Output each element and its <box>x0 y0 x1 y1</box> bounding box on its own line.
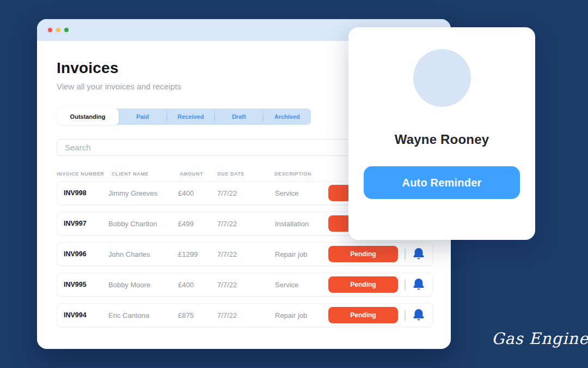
gas-engineer-logo: Gas EngineerS <box>492 329 588 348</box>
invoice-amount: £499 <box>178 220 217 228</box>
invoice-number: INV996 <box>64 250 108 258</box>
gas-engineer-logo-text: Gas Engineer <box>492 329 588 348</box>
page-subtitle: View all your invoices and receipts <box>57 82 181 91</box>
invoice-number: INV995 <box>64 281 108 288</box>
table-row: INV996 John Charles £1299 7/7/22 Repair … <box>57 242 433 266</box>
reminder-bell-icon[interactable] <box>412 309 425 322</box>
row-divider <box>405 279 406 291</box>
due-date: 7/7/22 <box>217 311 275 319</box>
invoice-number: INV998 <box>64 189 108 197</box>
client-name: Jimmy Greeves <box>108 189 178 197</box>
invoice-description: Repair job <box>275 311 328 319</box>
invoice-amount: £400 <box>178 281 217 289</box>
invoice-description: Repair job <box>275 250 328 258</box>
invoice-description: Installation <box>275 220 328 228</box>
due-date: 7/7/22 <box>217 281 275 289</box>
invoice-description: Service <box>275 281 328 289</box>
reminder-bell-icon[interactable] <box>412 248 425 261</box>
client-name: Bobby Charlton <box>108 220 178 228</box>
reminder-bell-icon[interactable] <box>412 278 425 291</box>
minimize-window-icon[interactable] <box>56 28 60 32</box>
tab-archived[interactable]: Archived <box>264 108 311 125</box>
tab-received[interactable]: Received <box>167 108 215 125</box>
table-row: INV995 Bobby Moore £400 7/7/22 Service P… <box>57 273 433 297</box>
tab-outstanding[interactable]: Outstanding <box>57 108 119 125</box>
table-row: INV994 Eric Cantona £875 7/7/22 Repair j… <box>57 303 433 327</box>
invoice-amount: £875 <box>178 311 217 319</box>
client-profile-card: Wayne Rooney Auto Reminder <box>348 27 535 240</box>
invoice-number: INV994 <box>64 311 108 319</box>
client-name: Bobby Moore <box>108 281 178 289</box>
close-window-icon[interactable] <box>48 28 52 32</box>
auto-reminder-button[interactable]: Auto Reminder <box>364 166 520 199</box>
promo-background: Invoices View all your invoices and rece… <box>0 0 588 368</box>
client-name: Eric Cantona <box>108 311 178 319</box>
maximize-window-icon[interactable] <box>64 28 69 32</box>
invoice-description: Service <box>275 189 328 197</box>
status-badge[interactable]: Pending <box>328 246 398 262</box>
due-date: 7/7/22 <box>217 189 275 197</box>
status-badge[interactable]: Pending <box>328 276 398 293</box>
column-header-due-date: DUE DATE <box>217 171 274 177</box>
column-header-invoice-number: INVOICE NUMBER <box>57 171 112 177</box>
tab-paid[interactable]: Paid <box>119 108 167 125</box>
column-header-amount: AMOUNT <box>180 171 217 177</box>
row-divider <box>405 310 406 321</box>
due-date: 7/7/22 <box>217 220 275 228</box>
client-name-heading: Wayne Rooney <box>348 132 535 147</box>
due-date: 7/7/22 <box>217 250 275 258</box>
page-title: Invoices <box>57 59 119 77</box>
invoice-amount: £1299 <box>178 250 217 258</box>
invoice-number: INV997 <box>64 220 108 227</box>
avatar <box>413 49 471 107</box>
invoice-filter-tabs: Outstanding Paid Received Draft Archived <box>57 108 311 125</box>
client-name: John Charles <box>108 250 178 258</box>
tab-draft[interactable]: Draft <box>215 108 263 125</box>
row-divider <box>405 249 406 260</box>
column-header-client-name: CLIENT NAME <box>112 171 180 177</box>
status-badge[interactable]: Pending <box>328 307 398 323</box>
invoice-amount: £400 <box>178 189 217 197</box>
